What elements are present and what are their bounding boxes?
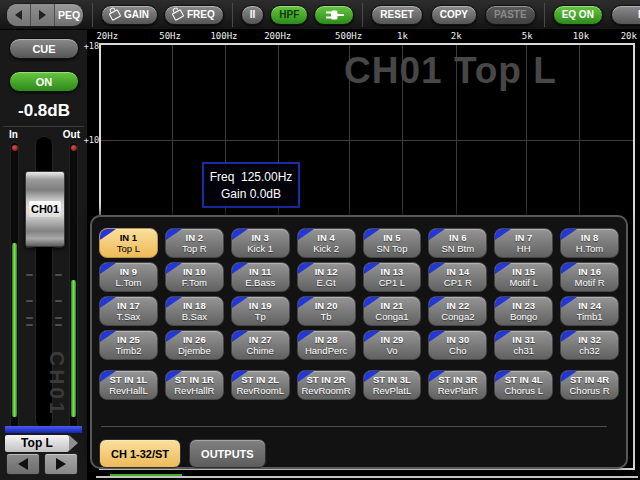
channel-button[interactable]: IN 17 T.Sax [99,296,158,326]
channel-color-corner-icon [100,229,116,240]
channel-button[interactable]: IN 7 HH [494,228,553,258]
channel-button[interactable]: IN 29 Vo [363,330,422,360]
meter-fader-area: CH01 CH01 [0,143,88,428]
channel-color-corner-icon [166,229,182,240]
channel-id: IN 27 [249,334,272,345]
channel-button[interactable]: IN 30 Cho [428,330,487,360]
channel-button[interactable]: IN 21 Conga1 [363,296,422,326]
cue-button[interactable]: CUE [9,38,79,59]
channel-button[interactable]: IN 2 Top R [165,228,224,258]
channel-button[interactable]: IN 28 HandPerc [297,330,356,360]
channel-id: IN 20 [315,300,338,311]
touch-eq-mode-button[interactable] [314,5,354,25]
channel-button[interactable]: ST IN 2L RevRoomL [231,370,290,400]
eq-type-ii-button[interactable]: II [241,5,265,25]
channel-button[interactable]: IN 8 H.Tom [560,228,619,258]
channel-button[interactable]: ST IN 1R RevHallR [165,370,224,400]
next-page-button[interactable] [31,4,55,26]
eq-on-button[interactable]: EQ ON [553,5,603,25]
reset-button[interactable]: RESET [371,5,422,25]
next-channel-button[interactable] [44,453,78,475]
eq-on-label: EQ ON [562,9,594,20]
channel-button[interactable]: IN 16 Motif R [560,262,619,292]
channel-button[interactable]: IN 3 Kick 1 [231,228,290,258]
on-label: ON [36,76,53,88]
freq-tick-label: 200Hz [264,31,291,41]
toolbar-divider [362,3,363,27]
channel-name: F.Tom [182,277,207,288]
mixer-button[interactable]: MIXER [611,5,640,25]
channel-name: Top L [117,243,140,254]
channel-button[interactable]: IN 15 Motif L [494,262,553,292]
right-arrow-icon [39,10,46,20]
gain-lock-button[interactable]: GAIN [101,5,158,25]
channel-id: IN 23 [512,300,535,311]
channel-button[interactable]: IN 14 CP1 R [428,262,487,292]
channel-button[interactable]: IN 4 Kick 2 [297,228,356,258]
channel-button[interactable]: ST IN 1L RevHallL [99,370,158,400]
channel-button[interactable]: IN 23 Bongo [494,296,553,326]
channel-button[interactable]: IN 32 ch32 [560,330,619,360]
channel-button[interactable]: IN 31 ch31 [494,330,553,360]
channel-button[interactable]: IN 11 E.Bass [231,262,290,292]
tab-ch-1-32-st[interactable]: CH 1-32/ST [99,439,181,468]
sidebar-divider [3,126,84,127]
channel-button[interactable]: IN 5 SN Top [363,228,422,258]
lock-icon [109,9,122,21]
meter-out-label: Out [63,129,80,140]
type-ii-label: II [250,9,256,20]
channel-id: IN 15 [512,266,535,277]
channel-name-tag[interactable]: Top L [5,435,69,452]
channel-name: RevRoomL [236,385,284,396]
channel-id: IN 29 [381,334,404,345]
channel-button[interactable]: IN 22 Conga2 [428,296,487,326]
channel-button[interactable]: IN 9 L.Tom [99,262,158,292]
prev-page-button[interactable] [7,4,31,26]
channel-id: IN 30 [446,334,469,345]
channel-id: IN 11 [249,266,271,277]
channel-button[interactable]: ST IN 3L RevPlatL [363,370,422,400]
channel-on-button[interactable]: ON [9,71,79,92]
channel-color-corner-icon [495,229,511,240]
paste-button[interactable]: PASTE [485,5,536,25]
channel-button[interactable]: ST IN 2R RevRoomR [297,370,356,400]
channel-button[interactable]: ST IN 4R Chorus R [560,370,619,400]
fader-scale-tick [55,317,62,319]
channel-button[interactable]: IN 19 Tp [231,296,290,326]
channel-color-corner-icon [495,371,511,382]
channel-button[interactable]: IN 18 B.Sax [165,296,224,326]
channel-color-corner-icon [364,263,380,274]
channel-button[interactable]: IN 13 CP1 L [363,262,422,292]
channel-button[interactable]: ST IN 4L Chorus L [494,370,553,400]
channel-button[interactable]: IN 27 Chime [231,330,290,360]
channel-color-corner-icon [166,263,182,274]
channel-button[interactable]: IN 25 Timb2 [99,330,158,360]
channel-button[interactable]: IN 24 Timb1 [560,296,619,326]
background-meter-segment [110,474,182,476]
hpf-button[interactable]: HPF [270,5,308,25]
fader-scale-tick [55,274,62,276]
channel-button[interactable]: IN 10 F.Tom [165,262,224,292]
channel-id: IN 12 [315,266,338,277]
channel-select-panel: IN 1 Top L IN 2 Top R IN 3 Kick 1 IN 4 K… [90,215,628,469]
channel-name: Kick 2 [313,243,339,254]
channel-color-corner-icon [298,371,314,382]
channel-color-corner-icon [429,371,445,382]
channel-button[interactable]: IN 20 Tb [297,296,356,326]
channel-color-corner-icon [364,229,380,240]
right-arrow-icon [56,458,66,470]
channel-fader-handle[interactable]: CH01 [25,171,65,247]
channel-button[interactable]: IN 6 SN Btm [428,228,487,258]
freq-lock-button[interactable]: FREQ [164,5,224,25]
tab-outputs[interactable]: OUTPUTS [189,439,266,468]
prev-channel-button[interactable] [6,453,40,475]
channel-button[interactable]: ST IN 3R RevPlatR [428,370,487,400]
channel-name: Bongo [510,311,537,322]
channel-button[interactable]: IN 26 Djembe [165,330,224,360]
channel-color-corner-icon [561,331,577,342]
channel-button[interactable]: IN 12 E.Gt [297,262,356,292]
channel-name: B.Sax [182,311,207,322]
channel-color-corner-icon [561,371,577,382]
channel-button[interactable]: IN 1 Top L [99,228,158,258]
copy-button[interactable]: COPY [431,5,477,25]
